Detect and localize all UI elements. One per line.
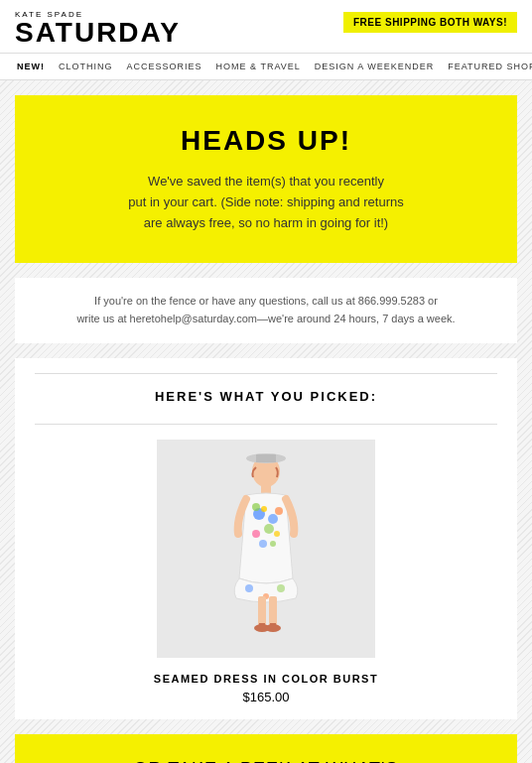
svg-rect-21 <box>259 623 265 629</box>
svg-point-7 <box>268 514 278 524</box>
email-wrapper: KATE SPADE SATURDAY FREE SHIPPING BOTH W… <box>0 0 532 763</box>
svg-point-10 <box>252 530 260 538</box>
contact-info: If you're on the fence or have any quest… <box>15 278 517 342</box>
heads-up-body: We've saved the item(s) that you recentl… <box>55 172 477 233</box>
header: KATE SPADE SATURDAY FREE SHIPPING BOTH W… <box>0 0 532 53</box>
nav-item-home-travel[interactable]: HOME & TRAVEL <box>209 54 308 79</box>
heads-up-box: HEADS UP! We've saved the item(s) that y… <box>15 95 517 263</box>
contact-text: If you're on the fence or have any quest… <box>35 293 497 327</box>
svg-point-14 <box>245 584 253 592</box>
svg-rect-22 <box>270 623 276 629</box>
nav-item-design[interactable]: DESIGN A WEEKENDER <box>308 54 442 79</box>
heads-up-title: HEADS UP! <box>55 125 477 157</box>
nav-item-clothing[interactable]: CLOTHING <box>52 54 120 79</box>
svg-point-13 <box>270 541 276 547</box>
nav-item-featured[interactable]: FEATURED SHOPS <box>441 54 532 79</box>
cta-text-top: OR TAKE A PEEK AT WHAT'S <box>35 759 497 763</box>
product-name: SEAMED DRESS IN COLOR BURST <box>35 673 497 685</box>
svg-rect-2 <box>256 454 276 462</box>
product-section: HERE'S WHAT YOU PICKED: <box>15 358 517 719</box>
svg-rect-18 <box>269 596 277 626</box>
svg-point-9 <box>264 524 274 534</box>
dress-illustration <box>201 449 331 648</box>
svg-point-5 <box>252 503 260 511</box>
divider-top <box>35 373 497 374</box>
product-price: $165.00 <box>35 690 497 704</box>
svg-point-11 <box>274 531 280 537</box>
nav-item-new[interactable]: NEW! <box>10 54 52 79</box>
bottom-cta: OR TAKE A PEEK AT WHAT'S NEW THIS WEEK A… <box>15 734 517 763</box>
divider-middle <box>35 424 497 425</box>
svg-rect-17 <box>258 596 266 626</box>
nav-item-accessories[interactable]: ACCESSORIES <box>120 54 209 79</box>
product-image[interactable] <box>157 440 375 658</box>
section-title: HERE'S WHAT YOU PICKED: <box>35 389 497 404</box>
svg-point-16 <box>277 584 285 592</box>
logo-area: KATE SPADE SATURDAY <box>15 10 181 47</box>
logo-text: SATURDAY <box>15 19 181 47</box>
svg-point-8 <box>275 507 283 515</box>
navigation: NEW! CLOTHING ACCESSORIES HOME & TRAVEL … <box>0 53 532 80</box>
shipping-badge: FREE SHIPPING BOTH WAYS! <box>343 12 517 33</box>
main-content: HEADS UP! We've saved the item(s) that y… <box>0 80 532 763</box>
svg-point-6 <box>261 506 267 512</box>
svg-point-12 <box>259 540 267 548</box>
